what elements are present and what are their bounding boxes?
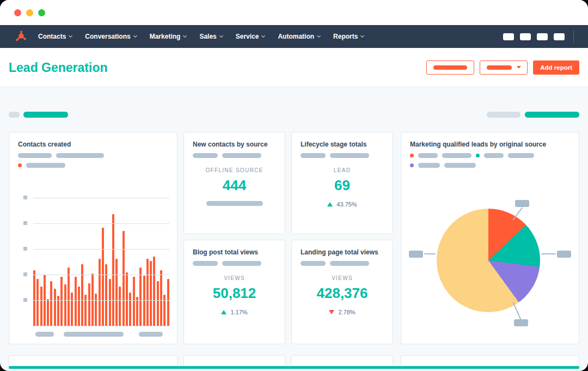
bar (115, 259, 118, 326)
card-subtitle-skeleton (184, 261, 285, 266)
bar (112, 214, 114, 326)
nav-tool-placeholder[interactable] (503, 33, 514, 40)
bar (146, 259, 149, 326)
metric-value: 69 (292, 177, 393, 194)
nav-tool-placeholder[interactable] (537, 33, 548, 40)
metric-value: 50,812 (184, 285, 285, 302)
card-title: New contacts by source (184, 132, 285, 148)
bar (84, 295, 87, 326)
nav-item-label: Contacts (38, 33, 66, 40)
nav-item-conversations[interactable]: Conversations (85, 33, 136, 40)
pie-callout-line (512, 302, 521, 320)
new-contacts-by-source-card: New contacts by source OFFLINE SOURCE 44… (183, 132, 285, 234)
nav-toolbar (503, 33, 565, 40)
dashboard-filter-control[interactable] (23, 112, 68, 118)
bar (157, 281, 159, 326)
nav-right-toolbar (503, 31, 574, 42)
bar (91, 273, 94, 326)
metric-footnote (184, 201, 285, 206)
window-titlebar (0, 0, 588, 25)
bar (167, 279, 169, 326)
skeleton-bar (301, 153, 326, 158)
add-report-button[interactable]: Add report (533, 60, 579, 75)
bar (102, 228, 104, 326)
nav-item-contacts[interactable]: Contacts (38, 33, 72, 40)
page-title: Lead Generation (9, 60, 107, 75)
bar (95, 294, 97, 326)
card-title: Blog post total views (184, 240, 285, 256)
card-title: Contacts created (9, 132, 177, 148)
close-button[interactable] (14, 9, 21, 16)
blog-post-total-views-card: Blog post total views VIEWS 50,812 1.17% (183, 240, 285, 344)
zoom-button[interactable] (38, 9, 45, 16)
nav-item-label: Automation (278, 33, 314, 40)
skeleton-bar (56, 153, 104, 158)
skeleton-bar (222, 153, 261, 158)
bar (150, 261, 152, 326)
card-subtitle-skeleton (184, 153, 285, 158)
nav-item-label: Conversations (85, 33, 130, 40)
metric-label: VIEWS (184, 275, 285, 281)
legend-dot-icon (18, 163, 22, 167)
skeleton-bar (484, 153, 504, 158)
nav-item-marketing[interactable]: Marketing (150, 33, 187, 40)
chart-legend-skeleton (9, 163, 177, 168)
skeleton-bar (206, 201, 263, 206)
partial-card (401, 355, 579, 365)
skeleton-bar (418, 153, 438, 158)
button-label-skeleton (433, 65, 467, 70)
delta-direction-icon (327, 202, 333, 206)
skeleton-bar (444, 163, 476, 168)
hubspot-sprocket-icon[interactable] (14, 30, 27, 43)
nav-item-sales[interactable]: Sales (199, 33, 222, 40)
skeleton-bar (442, 153, 471, 158)
skeleton-bar (330, 261, 369, 266)
pie-callout-line (424, 253, 436, 254)
window-controls (14, 9, 45, 16)
nav-item-service[interactable]: Service (236, 33, 265, 40)
filter-skeleton (9, 112, 20, 118)
header-actions: Add report (426, 60, 579, 75)
chevron-down-icon (69, 34, 72, 38)
bar (136, 297, 138, 326)
pie-label-skeleton (515, 200, 529, 207)
metric-delta: 1.17% (184, 309, 285, 315)
y-axis-tick-skeleton (23, 247, 27, 251)
legend-dot-icon (410, 163, 414, 167)
pie-label-skeleton (409, 251, 423, 258)
header-secondary-button[interactable] (426, 60, 474, 75)
pie-chart (437, 209, 540, 312)
metric-value: 428,376 (292, 285, 393, 302)
minimize-button[interactable] (26, 9, 33, 16)
bar (60, 277, 63, 326)
nav-tool-placeholder[interactable] (554, 33, 565, 40)
nav-item-automation[interactable]: Automation (278, 33, 320, 40)
pie-label-skeleton (514, 319, 528, 326)
y-axis-tick-skeleton (23, 298, 27, 302)
landing-page-total-views-card: Landing page total views VIEWS 428,376 2… (291, 240, 393, 344)
bar (75, 277, 77, 326)
y-axis-tick-skeleton (23, 196, 27, 199)
header-dropdown-button[interactable] (480, 60, 528, 75)
chart-legend-skeleton (401, 163, 579, 168)
x-axis-tick-skeleton (139, 332, 163, 337)
partial-card (9, 355, 177, 365)
bar (78, 287, 80, 326)
chevron-down-icon (261, 34, 265, 38)
dashboard-filter-right (487, 112, 579, 118)
partial-card (183, 355, 285, 365)
nav-menu: ContactsConversationsMarketingSalesServi… (38, 33, 364, 40)
bar (40, 287, 42, 326)
button-label-skeleton (487, 65, 512, 70)
skeleton-bar (222, 261, 261, 266)
bar (119, 287, 121, 326)
legend-dot-icon (476, 154, 480, 157)
legend-dot-icon (410, 154, 414, 157)
nav-tool-placeholder[interactable] (520, 33, 531, 40)
nav-item-reports[interactable]: Reports (333, 33, 364, 40)
nav-item-label: Marketing (150, 33, 181, 40)
bar (122, 231, 125, 326)
bar (71, 293, 73, 326)
dashboard-filter-control[interactable] (525, 112, 579, 118)
metric-label: OFFLINE SOURCE (184, 167, 285, 173)
